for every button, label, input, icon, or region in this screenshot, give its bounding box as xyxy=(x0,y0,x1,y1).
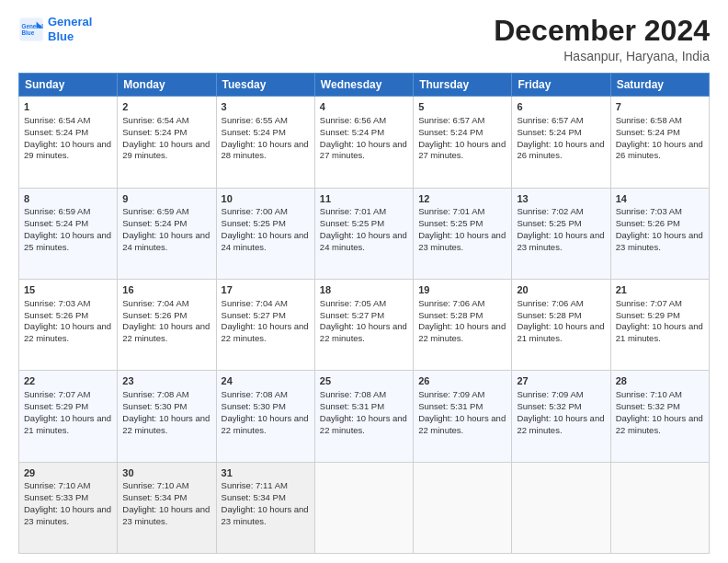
logo-line1: General xyxy=(48,15,92,29)
calendar-header-row: Sunday Monday Tuesday Wednesday Thursday… xyxy=(19,74,710,97)
calendar-cell: 5Sunrise: 6:57 AMSunset: 5:24 PMDaylight… xyxy=(414,97,512,188)
day-number: 16 xyxy=(122,283,210,297)
calendar-cell: 15Sunrise: 7:03 AMSunset: 5:26 PMDayligh… xyxy=(19,279,118,370)
day-number: 24 xyxy=(222,374,310,388)
daylight: Daylight: 10 hours and 24 minutes. xyxy=(222,230,309,252)
sunrise: Sunrise: 7:07 AM xyxy=(616,298,682,308)
sunrise: Sunrise: 6:54 AM xyxy=(122,115,188,125)
sunset: Sunset: 5:27 PM xyxy=(320,310,384,320)
sunset: Sunset: 5:24 PM xyxy=(616,127,680,137)
calendar-cell: 25Sunrise: 7:08 AMSunset: 5:31 PMDayligh… xyxy=(314,371,413,462)
col-thursday: Thursday xyxy=(414,74,512,97)
daylight: Daylight: 10 hours and 21 minutes. xyxy=(24,413,111,435)
subtitle: Hasanpur, Haryana, India xyxy=(494,49,710,63)
sunrise: Sunrise: 7:05 AM xyxy=(320,298,386,308)
sunset: Sunset: 5:30 PM xyxy=(122,401,187,411)
day-number: 8 xyxy=(24,192,112,206)
calendar-cell: 20Sunrise: 7:06 AMSunset: 5:28 PMDayligh… xyxy=(512,279,610,370)
sunrise: Sunrise: 6:57 AM xyxy=(418,115,484,125)
daylight: Daylight: 10 hours and 22 minutes. xyxy=(222,413,309,435)
day-number: 31 xyxy=(222,466,310,480)
sunset: Sunset: 5:27 PM xyxy=(222,310,286,320)
daylight: Daylight: 10 hours and 23 minutes. xyxy=(222,504,309,526)
col-tuesday: Tuesday xyxy=(216,74,314,97)
sunrise: Sunrise: 7:10 AM xyxy=(616,389,682,399)
day-number: 21 xyxy=(616,283,704,297)
day-number: 18 xyxy=(320,283,408,297)
day-number: 6 xyxy=(517,100,605,114)
calendar-cell: 2Sunrise: 6:54 AMSunset: 5:24 PMDaylight… xyxy=(118,97,216,188)
sunrise: Sunrise: 6:54 AM xyxy=(24,115,90,125)
sunrise: Sunrise: 7:01 AM xyxy=(320,206,386,216)
day-number: 17 xyxy=(222,283,310,297)
sunrise: Sunrise: 7:09 AM xyxy=(517,389,583,399)
day-number: 12 xyxy=(418,192,506,206)
daylight: Daylight: 10 hours and 22 minutes. xyxy=(24,321,111,343)
daylight: Daylight: 10 hours and 23 minutes. xyxy=(418,230,506,252)
calendar-cell: 6Sunrise: 6:57 AMSunset: 5:24 PMDaylight… xyxy=(512,97,610,188)
calendar-cell: 27Sunrise: 7:09 AMSunset: 5:32 PMDayligh… xyxy=(512,371,610,462)
sunset: Sunset: 5:24 PM xyxy=(320,127,384,137)
svg-text:Blue: Blue xyxy=(22,29,35,36)
sunrise: Sunrise: 7:04 AM xyxy=(222,298,288,308)
daylight: Daylight: 10 hours and 22 minutes. xyxy=(320,413,407,435)
sunset: Sunset: 5:24 PM xyxy=(418,127,483,137)
day-number: 11 xyxy=(320,192,408,206)
col-saturday: Saturday xyxy=(610,74,709,97)
sunrise: Sunrise: 7:06 AM xyxy=(418,298,484,308)
title-block: December 2024 Hasanpur, Haryana, India xyxy=(494,15,710,63)
sunrise: Sunrise: 6:56 AM xyxy=(320,115,386,125)
day-number: 29 xyxy=(24,466,112,480)
day-number: 27 xyxy=(517,374,605,388)
daylight: Daylight: 10 hours and 22 minutes. xyxy=(418,413,506,435)
calendar-cell xyxy=(314,462,413,553)
daylight: Daylight: 10 hours and 23 minutes. xyxy=(122,504,210,526)
sunrise: Sunrise: 7:01 AM xyxy=(418,206,484,216)
daylight: Daylight: 10 hours and 26 minutes. xyxy=(616,139,703,161)
daylight: Daylight: 10 hours and 29 minutes. xyxy=(122,139,210,161)
sunrise: Sunrise: 7:08 AM xyxy=(320,389,386,399)
calendar-cell: 13Sunrise: 7:02 AMSunset: 5:25 PMDayligh… xyxy=(512,188,610,279)
calendar-cell: 7Sunrise: 6:58 AMSunset: 5:24 PMDaylight… xyxy=(610,97,709,188)
sunrise: Sunrise: 6:55 AM xyxy=(222,115,288,125)
calendar-cell: 14Sunrise: 7:03 AMSunset: 5:26 PMDayligh… xyxy=(610,188,709,279)
sunset: Sunset: 5:25 PM xyxy=(320,218,384,228)
sunrise: Sunrise: 7:06 AM xyxy=(517,298,583,308)
daylight: Daylight: 10 hours and 24 minutes. xyxy=(320,230,407,252)
sunrise: Sunrise: 7:09 AM xyxy=(418,389,484,399)
calendar-cell: 24Sunrise: 7:08 AMSunset: 5:30 PMDayligh… xyxy=(216,371,314,462)
sunset: Sunset: 5:25 PM xyxy=(222,218,286,228)
sunset: Sunset: 5:24 PM xyxy=(24,218,88,228)
daylight: Daylight: 10 hours and 23 minutes. xyxy=(24,504,111,526)
day-number: 2 xyxy=(122,100,210,114)
sunrise: Sunrise: 7:10 AM xyxy=(24,480,90,490)
daylight: Daylight: 10 hours and 23 minutes. xyxy=(517,230,604,252)
day-number: 22 xyxy=(24,374,112,388)
calendar-cell: 17Sunrise: 7:04 AMSunset: 5:27 PMDayligh… xyxy=(216,279,314,370)
sunrise: Sunrise: 7:02 AM xyxy=(517,206,583,216)
daylight: Daylight: 10 hours and 27 minutes. xyxy=(418,139,506,161)
sunset: Sunset: 5:28 PM xyxy=(418,310,483,320)
col-friday: Friday xyxy=(512,74,610,97)
daylight: Daylight: 10 hours and 22 minutes. xyxy=(320,321,407,343)
calendar-cell: 10Sunrise: 7:00 AMSunset: 5:25 PMDayligh… xyxy=(216,188,314,279)
calendar-week-3: 15Sunrise: 7:03 AMSunset: 5:26 PMDayligh… xyxy=(19,279,710,370)
calendar-cell: 21Sunrise: 7:07 AMSunset: 5:29 PMDayligh… xyxy=(610,279,709,370)
logo-line2: Blue xyxy=(48,29,92,44)
header: General Blue General Blue December 2024 … xyxy=(18,15,710,63)
sunset: Sunset: 5:30 PM xyxy=(222,401,286,411)
calendar-cell: 9Sunrise: 6:59 AMSunset: 5:24 PMDaylight… xyxy=(118,188,216,279)
day-number: 14 xyxy=(616,192,704,206)
day-number: 9 xyxy=(122,192,210,206)
calendar-cell xyxy=(414,462,512,553)
sunset: Sunset: 5:32 PM xyxy=(616,401,680,411)
day-number: 30 xyxy=(122,466,210,480)
calendar-week-2: 8Sunrise: 6:59 AMSunset: 5:24 PMDaylight… xyxy=(19,188,710,279)
day-number: 5 xyxy=(418,100,506,114)
calendar-cell: 29Sunrise: 7:10 AMSunset: 5:33 PMDayligh… xyxy=(19,462,118,553)
daylight: Daylight: 10 hours and 26 minutes. xyxy=(517,139,604,161)
sunrise: Sunrise: 6:59 AM xyxy=(122,206,188,216)
sunset: Sunset: 5:24 PM xyxy=(222,127,286,137)
sunrise: Sunrise: 6:59 AM xyxy=(24,206,90,216)
day-number: 23 xyxy=(122,374,210,388)
